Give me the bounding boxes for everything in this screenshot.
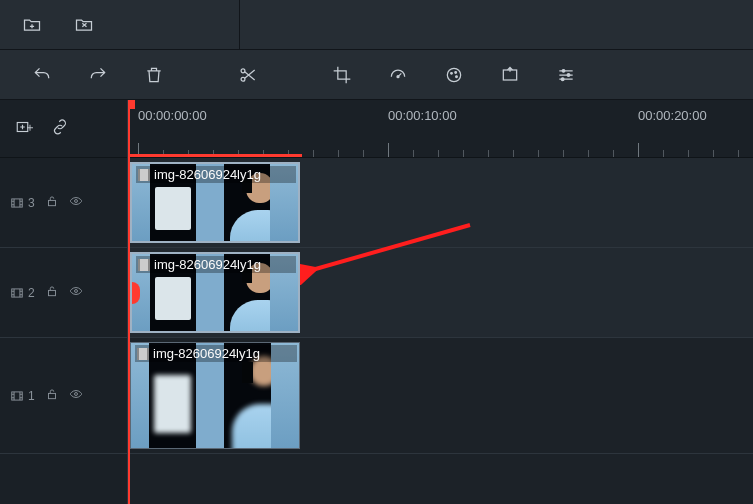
color-button[interactable]	[440, 61, 468, 89]
filmstrip-icon	[137, 348, 149, 360]
selection-range-line	[128, 154, 302, 157]
clip-title: img-82606924ly1g	[154, 257, 261, 272]
adjust-button[interactable]	[552, 61, 580, 89]
clip-title-bar: img-82606924ly1g	[136, 166, 296, 183]
filmstrip-icon	[138, 169, 150, 181]
filmstrip-icon	[138, 259, 150, 271]
visibility-icon[interactable]	[69, 194, 83, 211]
time-ruler[interactable]: 00:00:00:00 00:00:10:00 00:00:20:00	[128, 100, 753, 158]
svg-point-6	[456, 75, 458, 77]
svg-point-9	[567, 73, 570, 76]
lock-icon[interactable]	[45, 284, 59, 301]
link-icon[interactable]	[51, 118, 69, 139]
project-tab-block	[0, 0, 240, 49]
track-label: 1	[10, 389, 35, 403]
redo-button[interactable]	[84, 61, 112, 89]
filmstrip-icon	[10, 196, 24, 210]
clip-title-bar: img-82606924ly1g	[135, 345, 297, 362]
clip-track-2[interactable]: img-82606924ly1g	[130, 252, 300, 333]
track-number: 3	[28, 196, 35, 210]
track-row-3[interactable]: img-82606924ly1g	[128, 158, 753, 248]
filmstrip-icon	[10, 286, 24, 300]
timeline-area: 3 2 1	[0, 100, 753, 504]
clip-title: img-82606924ly1g	[153, 346, 260, 361]
svg-point-4	[451, 72, 453, 74]
track-row-1[interactable]: img-82606924ly1g	[128, 338, 753, 454]
svg-rect-19	[48, 393, 55, 398]
track-info-2[interactable]: 2	[0, 248, 127, 338]
svg-rect-15	[12, 288, 23, 296]
crop-button[interactable]	[328, 61, 356, 89]
empty-area	[128, 454, 753, 504]
timecode-1: 00:00:10:00	[388, 108, 457, 123]
tab-bar	[0, 0, 753, 50]
track-label: 2	[10, 286, 35, 300]
svg-rect-13	[48, 200, 55, 205]
svg-point-20	[74, 393, 77, 396]
tracks-column: 00:00:00:00 00:00:10:00 00:00:20:00	[128, 100, 753, 504]
visibility-icon[interactable]	[69, 387, 83, 404]
delete-button[interactable]	[140, 61, 168, 89]
clip-track-1[interactable]: img-82606924ly1g	[130, 342, 300, 449]
track-info-1[interactable]: 1	[0, 338, 127, 454]
svg-point-2	[397, 75, 399, 77]
tracks-container: img-82606924ly1g	[128, 158, 753, 504]
new-folder-icon[interactable]	[18, 11, 46, 39]
svg-point-5	[455, 71, 457, 73]
timecode-2: 00:00:20:00	[638, 108, 707, 123]
remove-folder-icon[interactable]	[70, 11, 98, 39]
svg-rect-12	[12, 198, 23, 206]
lock-icon[interactable]	[45, 194, 59, 211]
track-number: 2	[28, 286, 35, 300]
visibility-icon[interactable]	[69, 284, 83, 301]
split-button[interactable]	[234, 61, 262, 89]
timecode-0: 00:00:00:00	[138, 108, 207, 123]
svg-point-17	[74, 290, 77, 293]
speed-button[interactable]	[384, 61, 412, 89]
track-number: 1	[28, 389, 35, 403]
undo-button[interactable]	[28, 61, 56, 89]
track-gutter: 3 2 1	[0, 100, 128, 504]
svg-point-10	[561, 77, 564, 80]
clip-track-3[interactable]: img-82606924ly1g	[130, 162, 300, 243]
lock-icon[interactable]	[45, 387, 59, 404]
svg-rect-16	[48, 290, 55, 295]
svg-point-14	[74, 200, 77, 203]
track-row-2[interactable]: img-82606924ly1g	[128, 248, 753, 338]
export-frame-button[interactable]	[496, 61, 524, 89]
track-info-3[interactable]: 3	[0, 158, 127, 248]
editor-toolbar	[0, 50, 753, 100]
filmstrip-icon	[10, 389, 24, 403]
svg-rect-18	[12, 391, 23, 399]
track-label: 3	[10, 196, 35, 210]
clip-title-bar: img-82606924ly1g	[136, 256, 296, 273]
timeline-controls	[0, 100, 127, 158]
svg-point-3	[447, 68, 460, 81]
clip-title: img-82606924ly1g	[154, 167, 261, 182]
svg-point-8	[562, 69, 565, 72]
playhead[interactable]	[128, 100, 130, 504]
add-track-icon[interactable]	[15, 118, 33, 139]
